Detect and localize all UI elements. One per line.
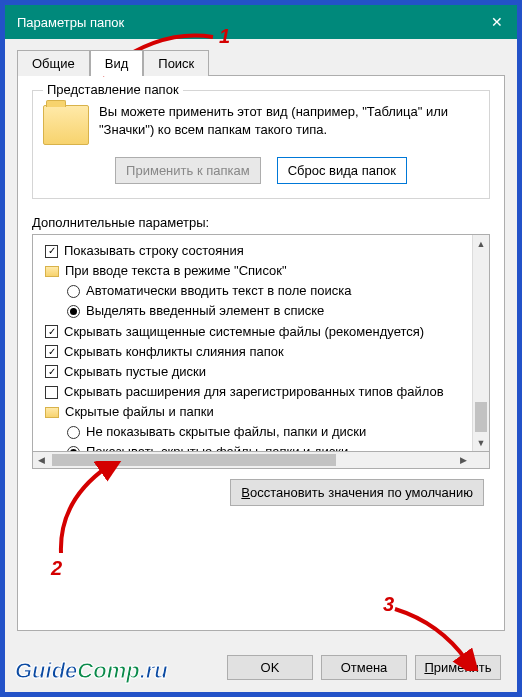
opt-status-bar[interactable]: Показывать строку состояния (37, 241, 468, 261)
opt-hide-protected[interactable]: Скрывать защищенные системные файлы (рек… (37, 322, 468, 342)
cancel-button[interactable]: Отмена (321, 655, 407, 680)
advanced-settings-label: Дополнительные параметры: (32, 215, 490, 230)
radio-icon[interactable] (67, 426, 80, 439)
scroll-thumb[interactable] (52, 454, 336, 466)
tab-view[interactable]: Вид (90, 50, 144, 76)
tab-panel-view: Представление папок Вы можете применить … (17, 75, 505, 631)
dialog-footer: OK Отмена Применить (227, 655, 501, 680)
vertical-scrollbar[interactable]: ▲ ▼ (472, 235, 489, 451)
tab-general[interactable]: Общие (17, 50, 90, 76)
scroll-track[interactable] (473, 252, 489, 434)
scroll-up-icon[interactable]: ▲ (473, 235, 489, 252)
folder-icon (45, 266, 59, 277)
scroll-left-icon[interactable]: ◀ (33, 452, 50, 468)
group-legend: Представление папок (43, 82, 183, 97)
tab-strip: Общие Вид Поиск (17, 49, 505, 75)
checkbox-icon[interactable] (45, 245, 58, 258)
radio-icon[interactable] (67, 305, 80, 318)
reset-folders-button[interactable]: Сброс вида папок (277, 157, 407, 184)
watermark-logo: GuideComp.ru (15, 658, 168, 684)
opt-list-typing[interactable]: При вводе текста в режиме "Список" (37, 261, 468, 281)
opt-hide-ext[interactable]: Скрывать расширения для зарегистрированн… (37, 382, 468, 402)
scroll-down-icon[interactable]: ▼ (473, 434, 489, 451)
scroll-right-icon[interactable]: ▶ (455, 452, 472, 468)
ok-button[interactable]: OK (227, 655, 313, 680)
scroll-corner (472, 452, 489, 468)
scroll-thumb[interactable] (475, 402, 487, 432)
opt-dont-show-hidden[interactable]: Не показывать скрытые файлы, папки и дис… (37, 422, 468, 442)
checkbox-icon[interactable] (45, 386, 58, 399)
opt-hide-empty[interactable]: Скрывать пустые диски (37, 362, 468, 382)
apply-to-folders-button: Применить к папкам (115, 157, 261, 184)
window-title: Параметры папок (17, 15, 489, 30)
advanced-settings-tree: Показывать строку состояния При вводе те… (32, 234, 490, 452)
apply-button[interactable]: Применить (415, 655, 501, 680)
folder-icon (43, 105, 89, 145)
radio-icon[interactable] (67, 285, 80, 298)
opt-auto-search[interactable]: Автоматически вводить текст в поле поиск… (37, 281, 468, 301)
checkbox-icon[interactable] (45, 345, 58, 358)
folder-icon (45, 407, 59, 418)
checkbox-icon[interactable] (45, 365, 58, 378)
opt-select-typed[interactable]: Выделять введенный элемент в списке (37, 301, 468, 321)
restore-defaults-button[interactable]: ВВосстановить значения по умолчаниюосста… (230, 479, 484, 506)
close-icon[interactable]: ✕ (489, 14, 505, 30)
scroll-track[interactable] (50, 452, 455, 468)
opt-hide-merge[interactable]: Скрывать конфликты слияния папок (37, 342, 468, 362)
opt-show-hidden[interactable]: Показывать скрытые файлы, папки и диски (37, 442, 468, 451)
opt-hidden-files[interactable]: Скрытые файлы и папки (37, 402, 468, 422)
horizontal-scrollbar[interactable]: ◀ ▶ (32, 452, 490, 469)
radio-icon[interactable] (67, 446, 80, 451)
group-description: Вы можете применить этот вид (например, … (99, 103, 479, 145)
tab-search[interactable]: Поиск (143, 50, 209, 76)
folder-views-group: Представление папок Вы можете применить … (32, 90, 490, 199)
checkbox-icon[interactable] (45, 325, 58, 338)
